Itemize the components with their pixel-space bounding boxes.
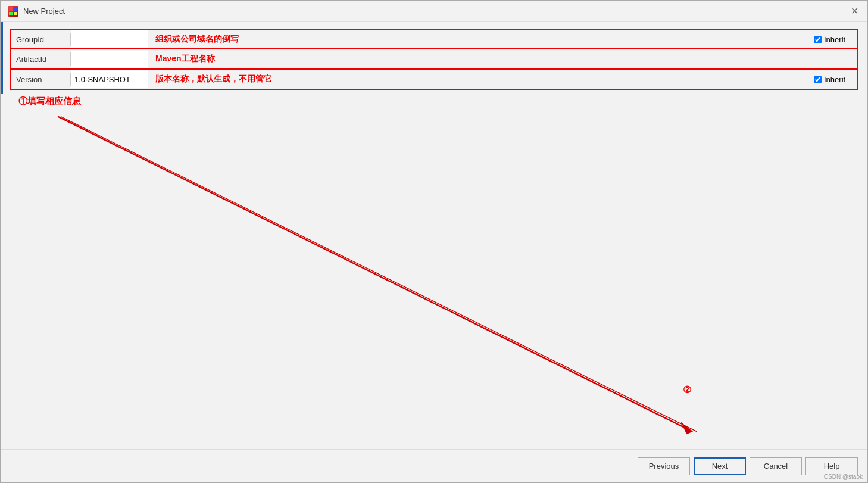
groupid-input[interactable]: [71, 30, 148, 48]
groupid-input-cell: [71, 30, 148, 48]
artifactid-inherit-cell: [809, 57, 857, 61]
svg-line-6: [61, 117, 697, 432]
watermark: CSDN @staok: [824, 473, 863, 480]
form-rows: GroupId 组织或公司域名的倒写 Inherit ArtifactId Ma…: [10, 29, 858, 90]
cancel-button[interactable]: Cancel: [750, 457, 802, 475]
window-title: New Project: [23, 7, 65, 15]
svg-rect-3: [14, 12, 17, 15]
artifactid-input-cell: [71, 50, 148, 68]
title-bar-left: New Project: [8, 6, 65, 17]
groupid-label: GroupId: [11, 33, 71, 46]
annotation-area: ①填写相应信息 ②: [10, 95, 858, 449]
groupid-inherit-label: Inherit: [824, 35, 845, 44]
artifactid-label: ArtifactId: [11, 52, 71, 66]
dialog-window: New Project ✕ GroupId 组织或公司域名的倒写 Inherit: [0, 0, 868, 483]
dialog-content: GroupId 组织或公司域名的倒写 Inherit ArtifactId Ma…: [1, 22, 867, 449]
next-button[interactable]: Next: [694, 457, 746, 475]
version-row: Version 版本名称，默认生成，不用管它 Inherit: [10, 70, 858, 90]
artifactid-description: Maven工程名称: [148, 51, 809, 67]
svg-rect-2: [9, 12, 13, 15]
svg-line-4: [58, 117, 693, 432]
version-input[interactable]: [71, 70, 148, 88]
artifactid-input[interactable]: [71, 50, 148, 68]
title-bar: New Project ✕: [1, 1, 867, 22]
app-icon: [8, 6, 18, 17]
annotation-arrow: [10, 95, 858, 449]
close-button[interactable]: ✕: [848, 5, 860, 17]
groupid-inherit-cell: Inherit: [809, 33, 857, 46]
version-inherit-cell: Inherit: [809, 73, 857, 86]
help-button[interactable]: Help: [805, 457, 858, 475]
annotation-step1: ①填写相应信息: [18, 96, 81, 107]
version-inherit-checkbox[interactable]: [814, 76, 822, 83]
groupid-row: GroupId 组织或公司域名的倒写 Inherit: [10, 29, 858, 49]
svg-rect-1: [14, 7, 17, 11]
dialog-footer: Previous Next Cancel Help: [1, 449, 867, 482]
svg-marker-5: [680, 422, 692, 434]
version-input-cell: [71, 70, 148, 88]
previous-button[interactable]: Previous: [638, 457, 690, 475]
version-description: 版本名称，默认生成，不用管它: [148, 71, 809, 87]
groupid-description: 组织或公司域名的倒写: [148, 32, 809, 47]
groupid-inherit-checkbox[interactable]: [814, 36, 822, 43]
artifactid-row: ArtifactId Maven工程名称: [10, 49, 858, 70]
svg-rect-0: [9, 7, 13, 11]
annotation-step2: ②: [683, 384, 691, 395]
version-label: Version: [11, 73, 71, 86]
version-inherit-label: Inherit: [824, 75, 845, 84]
